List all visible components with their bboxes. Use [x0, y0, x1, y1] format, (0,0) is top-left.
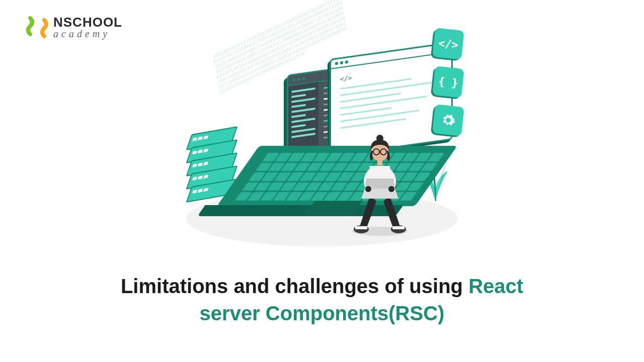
gear-icon — [440, 112, 457, 129]
logo-text-bottom: academy — [53, 29, 122, 39]
svg-point-5 — [365, 186, 371, 192]
brand-logo: NSCHOOL academy — [25, 15, 122, 39]
headline-part2: server Components(RSC) — [200, 302, 445, 324]
headline-accent1: React — [468, 275, 523, 297]
code-badges: </> { } — [434, 29, 463, 135]
braces-badge: { } — [432, 66, 464, 98]
svg-point-9 — [376, 135, 383, 142]
gear-badge — [432, 104, 464, 136]
svg-point-6 — [388, 186, 394, 192]
headline-part1: Limitations and challenges of using — [121, 275, 468, 297]
html-tag-badge: </> — [432, 28, 464, 60]
hero-illustration: 0001010010111010101000101001001010001010… — [166, 20, 478, 251]
svg-rect-3 — [355, 226, 367, 229]
svg-rect-4 — [392, 226, 405, 229]
person-with-laptop — [342, 131, 418, 236]
logo-text-top: NSCHOOL — [53, 16, 122, 29]
page-title: Limitations and challenges of using Reac… — [0, 273, 644, 327]
logo-mark-icon — [25, 15, 49, 39]
